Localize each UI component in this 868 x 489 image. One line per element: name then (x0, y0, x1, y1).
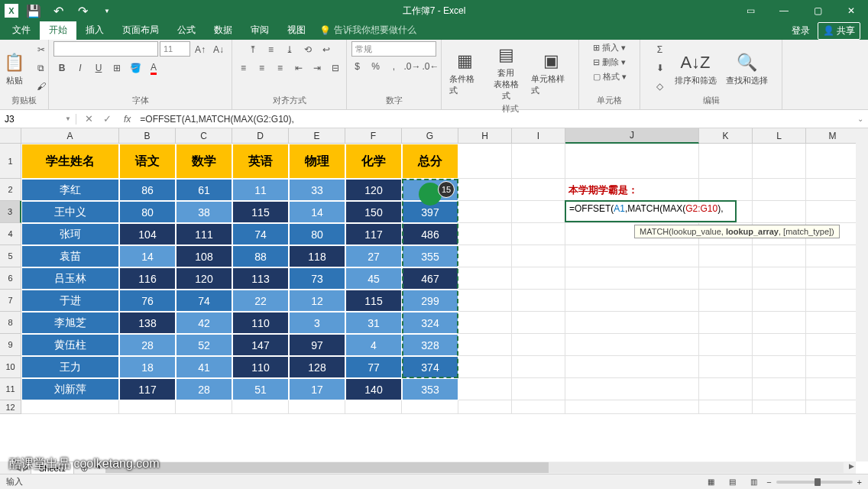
underline-icon[interactable]: U (90, 60, 107, 76)
table-cell-name[interactable]: 李红 (21, 179, 119, 201)
cells-format-button[interactable]: ▢ 格式 ▾ (593, 70, 627, 83)
minimize-icon[interactable]: — (767, 0, 801, 21)
table-cell-name[interactable]: 袁苗 (21, 245, 119, 267)
row-header-2[interactable]: 2 (0, 179, 21, 201)
col-header-H[interactable]: H (458, 128, 512, 144)
table-cell-value[interactable]: 3 (289, 312, 345, 334)
table-cell-value[interactable]: 73 (289, 267, 345, 290)
table-cell-value[interactable]: 118 (289, 245, 345, 267)
table-cell-value[interactable]: 28 (119, 334, 176, 356)
cells-insert-button[interactable]: ⊞ 插入 ▾ (593, 41, 626, 54)
table-cell-value[interactable]: 147 (232, 334, 289, 356)
row-header-11[interactable]: 11 (0, 378, 21, 400)
align-top-icon[interactable]: ⤒ (245, 41, 261, 58)
number-format-combo[interactable]: 常规 (351, 41, 436, 57)
col-header-M[interactable]: M (806, 128, 860, 144)
table-cell-value[interactable]: 374 (402, 356, 458, 378)
font-name-combo[interactable] (53, 41, 158, 57)
currency-icon[interactable]: $ (349, 58, 366, 75)
table-cell-value[interactable]: 27 (345, 245, 402, 267)
table-cell-name[interactable]: 刘新萍 (21, 378, 119, 400)
format-painter-icon[interactable]: 🖌 (33, 78, 50, 95)
table-cell-value[interactable]: 115 (345, 290, 402, 312)
table-cell-value[interactable]: 110 (232, 356, 289, 378)
ribbon-options-icon[interactable]: ▭ (734, 0, 767, 21)
cancel-formula-icon[interactable]: ✕ (81, 113, 96, 125)
tab-formulas[interactable]: 公式 (168, 21, 205, 40)
table-cell-value[interactable]: 486 (402, 223, 458, 245)
table-cell-value[interactable]: 51 (232, 378, 289, 400)
align-left-icon[interactable]: ≡ (235, 60, 252, 76)
name-box[interactable]: J3▼ (0, 114, 76, 125)
fill-icon[interactable]: ⬇ (652, 60, 669, 76)
table-cell-value[interactable]: 14 (289, 201, 345, 223)
cells-delete-button[interactable]: ⊟ 删除 ▾ (593, 56, 626, 69)
zoom-out-icon[interactable]: − (766, 478, 771, 487)
col-header-C[interactable]: C (176, 128, 232, 144)
align-center-icon[interactable]: ≡ (254, 60, 270, 76)
borders-icon[interactable]: ⊞ (108, 60, 125, 76)
col-header-J[interactable]: J (565, 128, 699, 144)
table-cell-value[interactable]: 115 (232, 201, 289, 223)
table-cell-value[interactable]: 120 (345, 179, 402, 201)
select-all-button[interactable] (0, 128, 21, 144)
merge-icon[interactable]: ⊟ (327, 60, 344, 76)
table-cell-value[interactable]: 77 (345, 356, 402, 378)
page-break-view-icon[interactable]: ▥ (745, 476, 762, 488)
clear-icon[interactable]: ◇ (652, 78, 669, 95)
tab-home[interactable]: 开始 (40, 21, 76, 40)
tab-view[interactable]: 视图 (278, 21, 315, 40)
share-button[interactable]: 👤 共享 (818, 22, 860, 40)
find-select-button[interactable]: 🔍查找和选择 (723, 49, 771, 88)
col-header-B[interactable]: B (119, 128, 176, 144)
table-cell-value[interactable]: 14 (119, 245, 176, 267)
increase-font-icon[interactable]: A↑ (192, 41, 209, 58)
row-header-6[interactable]: 6 (0, 267, 21, 290)
table-cell-value[interactable]: 74 (232, 223, 289, 245)
table-header[interactable]: 学生姓名 (21, 144, 119, 179)
table-cell-value[interactable]: 110 (232, 312, 289, 334)
bold-icon[interactable]: B (53, 60, 70, 76)
align-right-icon[interactable]: ≡ (272, 60, 289, 76)
row-header-3[interactable]: 3 (0, 201, 21, 223)
table-cell-value[interactable]: 97 (289, 334, 345, 356)
wrap-text-icon[interactable]: ↩ (318, 41, 335, 58)
table-cell-value[interactable]: 108 (176, 245, 232, 267)
col-header-E[interactable]: E (289, 128, 345, 144)
cell-styles-button[interactable]: ▣单元格样式 (528, 47, 574, 98)
cell-j3-editing[interactable]: =OFFSET(A1,MATCH(MAX(G2:G10), (565, 200, 737, 222)
table-format-button[interactable]: ▤套用 表格格式 (487, 41, 526, 103)
save-icon[interactable]: 💾 (24, 2, 43, 20)
table-cell-name[interactable]: 吕玉林 (21, 267, 119, 290)
table-cell-value[interactable]: 4 (345, 334, 402, 356)
table-header[interactable]: 物理 (289, 144, 345, 179)
tell-me-input[interactable]: 💡 告诉我你想要做什么 (315, 21, 421, 40)
copy-icon[interactable]: ⧉ (33, 60, 50, 76)
row-header-12[interactable]: 12 (0, 400, 21, 414)
col-header-G[interactable]: G (402, 128, 458, 144)
table-cell-name[interactable]: 李旭芝 (21, 312, 119, 334)
table-cell-value[interactable]: 41 (176, 356, 232, 378)
table-cell-value[interactable]: 120 (176, 267, 232, 290)
tab-review[interactable]: 审阅 (241, 21, 278, 40)
table-cell-value[interactable]: 116 (119, 267, 176, 290)
tab-insert[interactable]: 插入 (76, 21, 113, 40)
tab-file[interactable]: 文件 (3, 21, 40, 40)
table-cell-value[interactable]: 128 (289, 356, 345, 378)
table-cell-value[interactable]: 76 (119, 290, 176, 312)
table-cell-name[interactable]: 于进 (21, 290, 119, 312)
table-cell-value[interactable]: 31 (345, 312, 402, 334)
row-header-7[interactable]: 7 (0, 290, 21, 312)
formula-input[interactable] (135, 114, 853, 125)
table-cell-value[interactable]: 74 (176, 290, 232, 312)
percent-icon[interactable]: % (368, 58, 384, 75)
table-header[interactable]: 数学 (176, 144, 232, 179)
table-cell-value[interactable]: 355 (402, 245, 458, 267)
table-cell-value[interactable]: 138 (119, 312, 176, 334)
close-icon[interactable]: ✕ (834, 0, 868, 21)
table-cell-value[interactable]: 80 (289, 223, 345, 245)
table-cell-value[interactable]: 324 (402, 312, 458, 334)
decrease-font-icon[interactable]: A↓ (210, 41, 227, 58)
horizontal-scrollbar[interactable]: ◀ ▶ (105, 462, 844, 473)
table-cell-value[interactable]: 117 (345, 223, 402, 245)
